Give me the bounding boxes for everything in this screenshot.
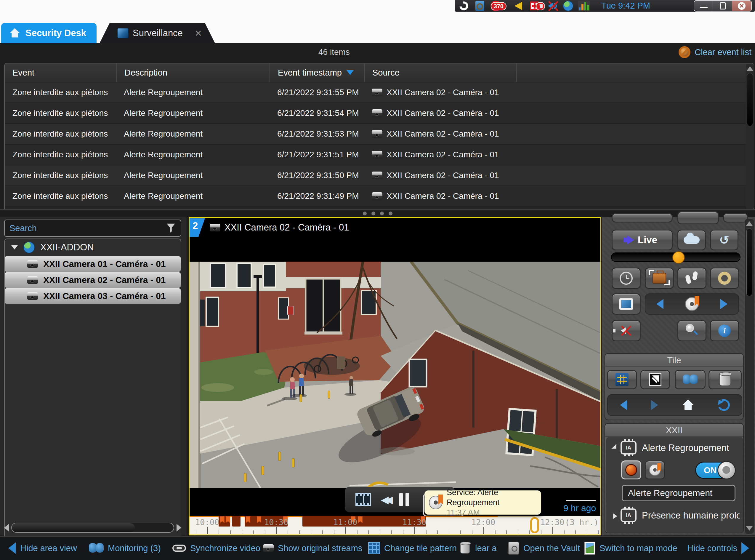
previous-bookmark-icon[interactable] [656,299,664,309]
bookmark-event-button[interactable] [645,460,665,479]
event-row[interactable]: Zone interdite aux piétonsAlerte Regroup… [5,165,754,186]
horn-icon[interactable] [512,1,524,11]
sidebar-camera-item[interactable]: XXII Camera 03 - Caméra - 01 [5,288,181,304]
event-row[interactable]: Zone interdite aux piétonsAlerte Regroup… [5,82,754,103]
synchronize-video-button[interactable]: Synchronize video [172,537,260,559]
hide-area-view-button[interactable]: Hide area view [8,537,77,559]
filter-funnel-icon[interactable] [166,223,176,234]
export-video-button[interactable] [645,267,674,289]
expanded-icon[interactable] [612,444,616,448]
column-event-timestamp[interactable]: Event timestamp [269,63,364,82]
clear-all-button[interactable]: lear a [459,537,497,559]
timeline-time-label: 10:30 [264,518,288,527]
go-to-time-button[interactable] [612,267,641,289]
column-event[interactable]: Event [5,63,116,82]
event-row[interactable]: Zone interdite aux piétonsAlerte Regroup… [5,186,754,207]
cloud-playback-button[interactable] [677,229,706,251]
minimize-button[interactable] [694,1,713,11]
tree-root-item[interactable]: XXII-ADDON [5,239,181,256]
event-row[interactable]: Zone interdite aux piétonsAlerte Regroup… [5,103,754,124]
video-tile[interactable]: 2 XXII Camera 02 - Caméra - 01 [189,217,601,535]
clear-tile-button[interactable] [709,370,742,389]
event-row[interactable]: Zone interdite aux piétonsAlerte Regroup… [5,145,754,165]
alarm-toggle-button[interactable] [621,460,641,479]
sidebar-camera-item[interactable]: XXII Camera 01 - Caméra - 01 [5,256,181,272]
volume-icon[interactable] [546,1,558,11]
monitoring-tile-button[interactable] [675,370,706,389]
event-cell: Alerte Regroupement [116,145,269,165]
add-bookmark-icon[interactable] [685,297,699,311]
analytic-on-toggle[interactable]: ON [695,462,735,479]
maximize-tile-button[interactable] [607,370,637,389]
maximize-button[interactable] [713,1,732,11]
info-button[interactable]: i [710,320,739,341]
tab-home[interactable]: Security Desk [1,23,97,43]
scroll-right-icon[interactable] [177,524,181,532]
hide-controls-button[interactable]: Hide controls [687,537,749,559]
mute-button[interactable] [612,320,641,341]
home-content-icon[interactable] [682,399,694,411]
smart-search-button[interactable] [677,320,707,341]
event-list-scrollbar[interactable] [746,64,754,208]
toggle-knob[interactable] [717,461,736,479]
scrollbar-thumb[interactable] [747,73,753,126]
column-source[interactable]: Source [364,63,516,82]
refresh-icon[interactable] [716,397,731,413]
collapse-icon[interactable] [11,245,18,249]
scrollbar-track[interactable] [11,523,174,533]
scroll-down-icon[interactable] [746,526,753,531]
tab-close-icon[interactable]: ✕ [195,28,202,39]
instant-replay-button[interactable]: ↺ [710,229,738,251]
analytic-name-input[interactable]: Alerte Regroupement [622,485,735,501]
partial-button[interactable] [612,213,673,222]
directory-status-icon[interactable] [474,1,486,11]
next-bookmark-icon[interactable] [720,299,728,309]
sidebar-camera-item[interactable]: XXII Camera 02 - Caméra - 01 [5,272,181,288]
collapsed-icon[interactable] [613,513,617,519]
switch-to-map-mode-button[interactable]: Switch to map mode [584,537,677,559]
close-button[interactable]: ✕ [732,1,751,11]
save-snapshot-button[interactable] [710,267,739,289]
previous-tile-icon[interactable] [620,400,627,410]
tooltip-time: 11:37 AM [447,507,537,518]
timeline[interactable]: 10:0010:3011:0011:3012:0012:30 (3 hr.) [189,516,600,535]
event-row[interactable]: Zone interdite aux piétonsAlerte Regroup… [5,124,754,145]
playback-speed-slider[interactable] [611,253,740,262]
scrollbar-thumb[interactable] [747,228,752,296]
pause-icon[interactable] [399,493,409,506]
change-tile-pattern-button[interactable]: Change tile pattern [368,537,457,559]
panel-scrollbar[interactable] [745,219,754,534]
rewind-icon[interactable]: ◀◀ [381,494,389,505]
partial-tab[interactable] [677,211,719,224]
scroll-up-icon[interactable] [747,66,754,71]
live-button[interactable]: Live [612,229,673,251]
tab-surveillance[interactable]: Surveillance ✕ [100,23,215,43]
event-cell: Alerte Regroupement [116,82,269,102]
visual-tracking-button[interactable] [677,267,707,289]
bucket-icon [460,542,470,554]
scrollbar-thumb[interactable] [12,523,135,532]
sidebar-horizontal-scrollbar[interactable] [4,522,181,534]
event-cell: Alerte Regroupement [116,103,269,123]
show-original-streams-button[interactable]: Show original streams [263,537,362,559]
scroll-left-icon[interactable] [4,524,9,532]
items-count: 46 items [319,47,350,57]
scroll-up-icon[interactable] [746,221,753,226]
clear-event-list-button[interactable]: Clear event list [678,46,752,58]
health-icon[interactable]: 1 [528,1,540,11]
column-description[interactable]: Description [116,63,269,82]
monitoring-button[interactable]: Monitoring (3) [89,537,161,559]
slider-thumb[interactable] [672,251,685,264]
fullscreen-button[interactable] [640,370,670,389]
open-vault-button[interactable]: Open the Vault [508,537,580,559]
timeline-playhead[interactable] [530,517,539,533]
timeline-tick [587,531,587,534]
network-globe-icon[interactable] [562,1,574,11]
monitor-button[interactable] [612,293,641,315]
partial-button[interactable] [723,213,748,222]
performance-chart-icon[interactable] [578,1,590,11]
search-input[interactable]: Search [4,220,181,237]
filmstrip-icon[interactable] [355,493,371,506]
alarms-icon[interactable]: 370 [490,1,502,11]
next-tile-icon[interactable] [651,400,658,410]
